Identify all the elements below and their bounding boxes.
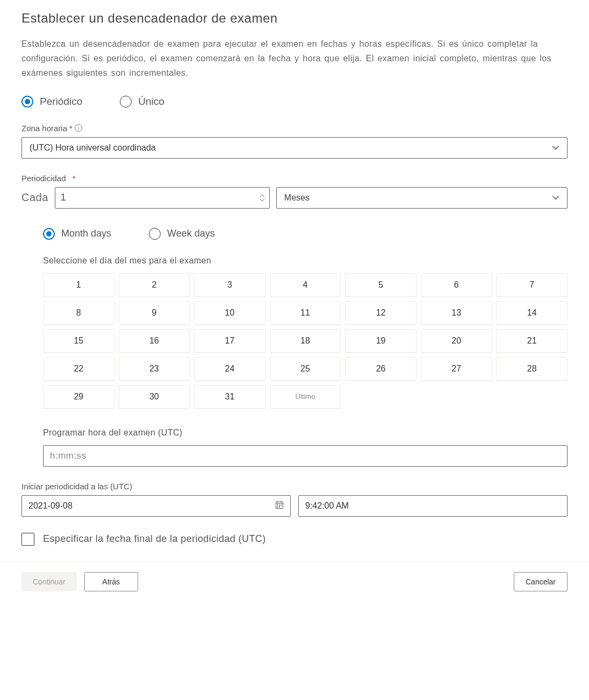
day-cell[interactable]: 18	[270, 329, 341, 353]
radio-circle-icon	[149, 228, 161, 240]
day-cell[interactable]: 30	[119, 385, 190, 409]
periodicity-number-value: 1	[61, 192, 260, 203]
radio-periodic[interactable]: Periódico	[21, 96, 82, 108]
day-cell[interactable]: 10	[194, 301, 265, 325]
trigger-type-radio-group: Periódico Único	[21, 96, 568, 108]
day-cell[interactable]: 9	[119, 301, 190, 325]
day-cell[interactable]: 15	[43, 329, 114, 353]
chevron-down-icon	[552, 144, 559, 152]
back-button[interactable]: Atrás	[84, 572, 138, 591]
radio-single[interactable]: Único	[120, 96, 164, 108]
svg-rect-7	[277, 506, 278, 508]
start-date-input[interactable]: 2021-09-08	[21, 495, 291, 517]
day-cell[interactable]: 14	[496, 301, 568, 325]
info-icon[interactable]: i	[75, 124, 82, 132]
end-date-checkbox[interactable]	[21, 533, 34, 546]
day-cell[interactable]: 26	[345, 357, 416, 381]
radio-circle-icon	[21, 96, 33, 108]
day-cell[interactable]: 17	[194, 329, 265, 353]
spinner-arrows-icon[interactable]	[260, 194, 265, 202]
schedule-time-label: Programar hora del examen (UTC)	[43, 428, 568, 438]
day-cell[interactable]: 5	[345, 273, 416, 297]
periodicity-label: Periodicidad *	[21, 174, 568, 183]
svg-rect-4	[277, 504, 278, 505]
svg-rect-8	[279, 506, 280, 508]
day-cell[interactable]: 6	[421, 273, 492, 297]
chevron-down-icon	[552, 194, 559, 202]
day-cell[interactable]: 28	[496, 357, 568, 381]
cancel-button[interactable]: Cancelar	[514, 572, 568, 591]
day-cell[interactable]: 7	[496, 273, 568, 297]
day-cell[interactable]: 29	[43, 385, 114, 409]
day-cell[interactable]: 3	[194, 273, 265, 297]
svg-rect-6	[281, 504, 282, 505]
timezone-value: (UTC) Hora universal coordinada	[30, 143, 156, 153]
day-cell[interactable]: 2	[119, 273, 190, 297]
day-cell[interactable]: 8	[43, 301, 114, 325]
radio-week-days-label: Week days	[167, 228, 215, 239]
day-cell[interactable]: 1	[43, 273, 114, 297]
day-cell-last[interactable]: Último	[270, 385, 341, 409]
radio-single-label: Único	[138, 96, 164, 108]
every-label: Cada	[21, 191, 48, 204]
day-cell[interactable]: 22	[43, 357, 114, 381]
periodicity-number-input[interactable]: 1	[55, 187, 270, 209]
day-cell[interactable]: 27	[421, 357, 492, 381]
start-time-input[interactable]: 9:42:00 AM	[298, 495, 568, 517]
schedule-time-input[interactable]	[43, 445, 568, 467]
day-cell[interactable]: 25	[270, 357, 341, 381]
day-grid: 1234567891011121314151617181920212223242…	[43, 273, 568, 409]
day-type-radio-group: Month days Week days	[43, 228, 568, 240]
day-cell[interactable]: 21	[496, 329, 568, 353]
periodicity-unit-value: Meses	[284, 193, 310, 203]
page-title: Establecer un desencadenador de examen	[21, 11, 568, 26]
calendar-icon	[275, 501, 284, 511]
radio-circle-icon	[120, 96, 132, 108]
radio-week-days[interactable]: Week days	[149, 228, 215, 240]
svg-rect-5	[279, 504, 280, 505]
day-cell[interactable]: 31	[194, 385, 265, 409]
radio-circle-icon	[43, 228, 55, 240]
footer: Continuar Atrás Cancelar	[0, 562, 589, 601]
radio-month-days[interactable]: Month days	[43, 228, 111, 240]
continue-button: Continuar	[21, 572, 77, 591]
start-date-value: 2021-09-08	[28, 501, 73, 511]
day-cell[interactable]: 23	[119, 357, 190, 381]
end-date-checkbox-label: Especificar la fecha final de la periodi…	[43, 533, 266, 545]
radio-month-days-label: Month days	[61, 228, 111, 239]
day-cell[interactable]: 24	[194, 357, 265, 381]
day-cell[interactable]: 12	[345, 301, 416, 325]
day-cell[interactable]: 13	[421, 301, 492, 325]
periodicity-unit-dropdown[interactable]: Meses	[276, 187, 568, 209]
day-cell[interactable]: 19	[345, 329, 416, 353]
timezone-dropdown[interactable]: (UTC) Hora universal coordinada	[21, 137, 568, 159]
day-cell[interactable]: 11	[270, 301, 341, 325]
day-select-label: Seleccione el día del mes para el examen	[43, 256, 568, 266]
day-cell[interactable]: 20	[421, 329, 492, 353]
day-cell[interactable]: 16	[119, 329, 190, 353]
radio-periodic-label: Periódico	[40, 96, 82, 108]
day-cell[interactable]: 4	[270, 273, 341, 297]
timezone-label: Zona horaria * i	[21, 124, 568, 133]
start-time-value: 9:42:00 AM	[305, 501, 349, 511]
page-description: Establezca un desencadenador de examen p…	[21, 37, 568, 81]
start-at-label: Iniciar periodicidad a las (UTC)	[21, 482, 568, 491]
